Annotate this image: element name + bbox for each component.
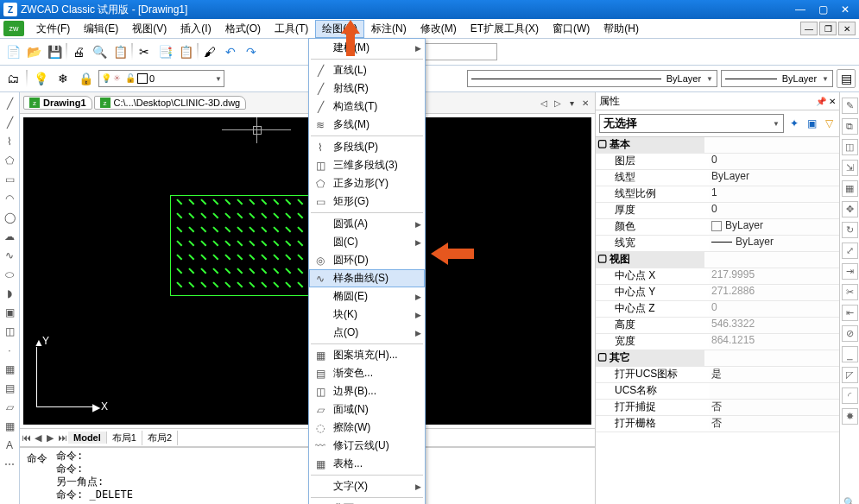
menu-window[interactable]: 窗口(W)	[546, 20, 597, 38]
menu-item[interactable]: 圆弧(A)▶	[309, 215, 425, 233]
menu-item[interactable]: 椭圆(E)▶	[309, 287, 425, 306]
tool-spline-icon[interactable]: ∿	[2, 248, 17, 263]
tool-polyline-icon[interactable]: ⌇	[2, 134, 17, 149]
tab-model[interactable]: Model	[68, 432, 107, 444]
lineweight-combo[interactable]: ByLayer ▼	[721, 70, 833, 87]
menu-item[interactable]: 块(K)▶	[309, 306, 425, 324]
prop-grid[interactable]: 否	[710, 416, 839, 432]
cut-icon[interactable]: ✂	[135, 42, 154, 61]
mdi-close-button[interactable]: ✕	[838, 22, 856, 35]
tool-break-icon[interactable]: ⊘	[842, 325, 858, 342]
layer-freeze-icon[interactable]: ❄	[54, 69, 73, 88]
tool-text-icon[interactable]: A	[2, 438, 17, 453]
tool-region-icon[interactable]: ▱	[2, 400, 17, 415]
menu-edit[interactable]: 编辑(E)	[77, 20, 125, 38]
open-file-icon[interactable]: 📂	[24, 42, 43, 61]
menu-format[interactable]: 格式(O)	[218, 20, 268, 38]
tool-trim-icon[interactable]: ✂	[842, 284, 858, 300]
layer-state-icon[interactable]: 💡	[31, 69, 50, 88]
preview-icon[interactable]: 🔍	[90, 42, 109, 61]
doctab-drawing1[interactable]: z Drawing1	[23, 96, 92, 110]
menu-item[interactable]: ▱面域(N)	[309, 400, 425, 419]
tool-gradient-icon[interactable]: ▤	[2, 381, 17, 396]
prop-color[interactable]: ByLayer	[710, 219, 839, 235]
menu-item[interactable]: ▦表格...	[309, 455, 425, 473]
drawing-canvas[interactable]: ▲▶ Y X	[23, 117, 591, 425]
tool-move-icon[interactable]: ✥	[842, 201, 858, 217]
tool-palette-icon[interactable]: 🔍	[843, 495, 857, 504]
tab-layout2[interactable]: 布局2	[142, 431, 178, 445]
tool-copy-icon[interactable]: ⧉	[842, 118, 858, 135]
menu-item[interactable]: ╱射线(R)	[309, 79, 425, 98]
layer-combo[interactable]: 💡☀🔓 0 ▼	[98, 70, 224, 87]
tab-close-icon[interactable]: ✕	[579, 97, 591, 109]
menu-view[interactable]: 视图(V)	[125, 20, 174, 38]
tool-circle-icon[interactable]: ◯	[2, 210, 17, 225]
tool-array-icon[interactable]: ▦	[842, 180, 858, 197]
doctab-clinic3d[interactable]: z C:\...\Desktop\CLINIC-3D.dwg	[94, 96, 247, 110]
copy-icon[interactable]: 📑	[155, 42, 174, 61]
menu-item[interactable]: ╱直线(L)	[309, 61, 425, 79]
selection-combo[interactable]: 无选择 ▼	[599, 114, 784, 133]
tool-mirror-icon[interactable]: ◫	[842, 139, 858, 155]
menu-item[interactable]: ◫三维多段线(3)	[309, 156, 425, 174]
prop-thickness[interactable]: 0	[710, 203, 839, 218]
tool-arc-icon[interactable]: ◠	[2, 191, 17, 206]
tool-explode-icon[interactable]: ✸	[842, 408, 858, 425]
tool-extend-icon[interactable]: ⇤	[842, 305, 858, 321]
tool-block-icon[interactable]: ◫	[2, 324, 17, 339]
menu-item[interactable]: ◫边界(B)...	[309, 382, 425, 400]
prop-ltscale[interactable]: 1	[710, 186, 839, 202]
prop-linetype[interactable]: ByLayer	[710, 170, 839, 186]
menu-item[interactable]: 点(O)▶	[309, 324, 425, 342]
quick-select-icon[interactable]: ✦	[787, 117, 801, 130]
menu-item[interactable]: ▦图案填充(H)...	[309, 346, 425, 364]
tool-rotate-icon[interactable]: ↻	[842, 222, 858, 238]
publish-icon[interactable]: 📋	[111, 42, 129, 61]
menu-item[interactable]: 文字(X)▶	[309, 477, 425, 495]
menu-item[interactable]: ≋多线(M)	[309, 116, 425, 134]
menu-item[interactable]: 圆(C)▶	[309, 233, 425, 251]
tool-table-icon[interactable]: ▦	[2, 419, 17, 434]
mdi-restore-button[interactable]: ❐	[819, 22, 837, 35]
tool-erase-icon[interactable]: ✎	[842, 98, 858, 114]
tool-rect-icon[interactable]: ▭	[2, 172, 17, 187]
menu-file[interactable]: 文件(F)	[29, 20, 77, 38]
menu-help[interactable]: 帮助(H)	[597, 20, 646, 38]
prop-ucsname[interactable]	[710, 383, 839, 399]
menu-item[interactable]: ⌇多段线(P)	[309, 138, 425, 156]
linetype-combo[interactable]: ByLayer ▼	[467, 70, 717, 87]
tool-join-icon[interactable]: ⎯	[842, 346, 858, 362]
menu-item[interactable]: 曲面(F)▶	[309, 500, 425, 504]
tool-ellipse-icon[interactable]: ⬭	[2, 267, 17, 282]
menu-item[interactable]: ◎圆环(D)	[309, 251, 425, 269]
tool-insert-icon[interactable]: ▣	[2, 305, 17, 320]
menu-insert[interactable]: 插入(I)	[174, 20, 218, 38]
filter-icon[interactable]: ▽	[822, 117, 836, 130]
menu-item[interactable]: 〰修订云线(U)	[309, 437, 425, 455]
tool-scale-icon[interactable]: ⤢	[842, 243, 858, 259]
tool-revcloud-icon[interactable]: ☁	[2, 229, 17, 244]
menu-dimension[interactable]: 标注(N)	[364, 20, 414, 38]
tool-fillet-icon[interactable]: ◜	[842, 387, 858, 404]
menu-modify[interactable]: 修改(M)	[414, 20, 464, 38]
layout-next-icon[interactable]: ▶	[44, 432, 56, 444]
menu-ettools[interactable]: ET扩展工具(X)	[464, 20, 546, 38]
tool-hatch-icon[interactable]: ▦	[2, 362, 17, 377]
paste-icon[interactable]: 📋	[176, 42, 195, 61]
select-objects-icon[interactable]: ▣	[805, 117, 818, 130]
menu-item[interactable]: ▤渐变色...	[309, 364, 425, 382]
tool-more-icon[interactable]: ⋯	[2, 457, 17, 472]
layout-last-icon[interactable]: ⏭	[56, 432, 68, 443]
layer-lock-icon[interactable]: 🔒	[76, 69, 95, 88]
save-file-icon[interactable]: 💾	[45, 42, 64, 61]
menu-tools[interactable]: 工具(T)	[268, 20, 315, 38]
layout-first-icon[interactable]: ⏮	[20, 432, 32, 443]
tool-chamfer-icon[interactable]: ◸	[842, 367, 858, 383]
prop-snap[interactable]: 否	[710, 400, 839, 415]
tool-stretch-icon[interactable]: ⇥	[842, 263, 858, 280]
tool-polygon-icon[interactable]: ⬠	[2, 153, 17, 168]
menu-item[interactable]: ⬠正多边形(Y)	[309, 174, 425, 192]
zoom-combo[interactable]	[418, 43, 497, 60]
tool-ellipse-arc-icon[interactable]: ◗	[2, 286, 17, 301]
